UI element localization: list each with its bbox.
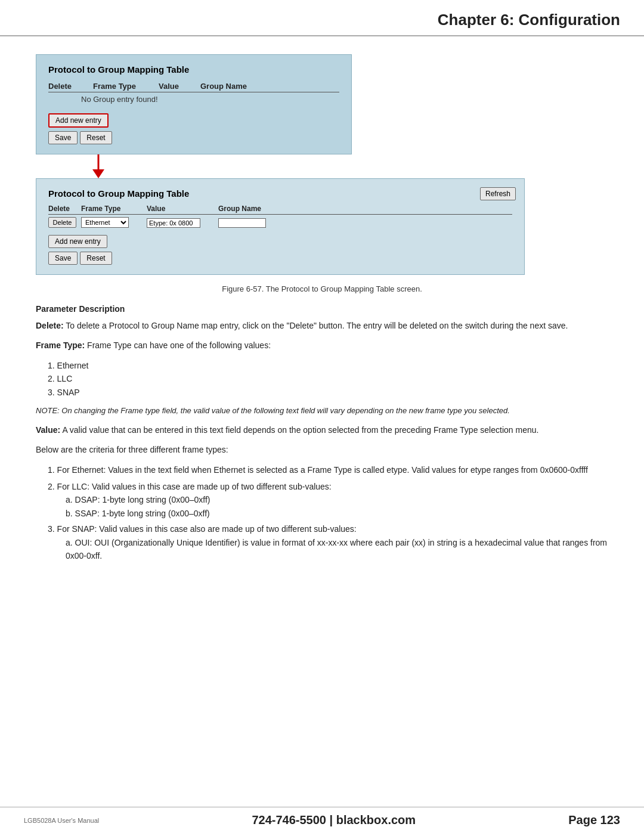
criteria-2-text: For LLC: Valid values in this case are m… <box>57 482 332 491</box>
reset-button-bottom[interactable]: Reset <box>80 252 112 265</box>
no-entry-text: No Group entry found! <box>48 92 339 110</box>
figure-caption: Figure 6-57. The Protocol to Group Mappi… <box>36 284 608 293</box>
col-groupname-top: Group Name <box>200 82 254 91</box>
criteria-2: 2. For LLC: Valid values in this case ar… <box>48 480 608 520</box>
delete-cell: Delete <box>48 217 81 228</box>
criteria-3-sub-a: a. OUI: OUI (Organizationally Unique Ide… <box>66 536 608 563</box>
group-name-input[interactable] <box>218 218 266 228</box>
add-new-entry-button-bottom[interactable]: Add new entry <box>48 235 107 248</box>
refresh-button[interactable]: Refresh <box>480 187 516 200</box>
delete-label: Delete: <box>36 321 64 330</box>
frametype-label: Frame Type: <box>36 340 85 350</box>
arrow-row <box>36 154 608 178</box>
footer-manual: LGB5028A User's Manual <box>24 817 99 824</box>
footer-phone: 724-746-5500 | blackbox.com <box>252 813 416 827</box>
add-new-entry-button-top[interactable]: Add new entry <box>48 113 109 128</box>
value-input[interactable] <box>147 218 200 228</box>
criteria-list: 1. For Ethernet: Values in the text fiel… <box>48 463 608 563</box>
frametype-text: Frame Type can have one of the following… <box>87 340 271 350</box>
list-item-3: 3. SNAP <box>48 386 608 399</box>
delete-text: To delete a Protocol to Group Name map e… <box>66 321 568 330</box>
frametype-cell: Ethernet LLC SNAP <box>81 217 147 228</box>
criteria-3-num: 3. <box>48 524 55 534</box>
criteria-2-sub-b: b. SSAP: 1-byte long string (0x00–0xff) <box>66 507 608 520</box>
svg-marker-1 <box>92 169 104 178</box>
top-panel-wrapper: Protocol to Group Mapping Table Delete F… <box>36 54 352 154</box>
criteria-2-sub-a: a. DSAP: 1-byte long string (0x00–0xff) <box>66 493 608 506</box>
down-arrow-icon <box>89 154 107 178</box>
groupname-cell <box>218 218 296 228</box>
value-cell <box>147 218 218 228</box>
criteria-1: 1. For Ethernet: Values in the text fiel… <box>48 463 608 476</box>
value-label: Value: <box>36 425 60 435</box>
save-reset-bottom: Save Reset <box>48 252 512 265</box>
table-row: Delete Ethernet LLC SNAP <box>48 215 512 230</box>
col-value-top: Value <box>159 82 188 91</box>
col-delete-top: Delete <box>48 82 81 91</box>
chapter-title: Chapter 6: Configuration <box>24 11 620 29</box>
criteria-2-sublist: a. DSAP: 1-byte long string (0x00–0xff) … <box>66 493 608 520</box>
criteria-1-num: 1. <box>48 465 55 475</box>
save-button-top[interactable]: Save <box>48 131 78 144</box>
bottom-table-header: Delete Frame Type Value Group Name <box>48 203 512 215</box>
reset-button-top[interactable]: Reset <box>80 131 112 144</box>
delete-row-button[interactable]: Delete <box>48 217 76 228</box>
col-delete-bottom: Delete <box>48 205 81 213</box>
list-item-2: 2. LLC <box>48 372 608 385</box>
col-frametype-bottom: Frame Type <box>81 205 147 213</box>
value-text: A valid value that can be entered in thi… <box>62 425 538 435</box>
param-description: Parameter Description Delete: To delete … <box>36 304 608 562</box>
save-button-bottom[interactable]: Save <box>48 252 78 265</box>
value-param: Value: A valid value that can be entered… <box>36 424 608 436</box>
delete-param: Delete: To delete a Protocol to Group Na… <box>36 320 608 332</box>
page-header: Chapter 6: Configuration <box>0 0 644 36</box>
frame-type-select[interactable]: Ethernet LLC SNAP <box>81 217 129 228</box>
col-frametype-top: Frame Type <box>93 82 147 91</box>
criteria-2-num: 2. <box>48 482 55 491</box>
figure-container: Protocol to Group Mapping Table Delete F… <box>36 54 608 275</box>
bottom-panel-title: Protocol to Group Mapping Table <box>48 188 512 199</box>
top-panel: Protocol to Group Mapping Table Delete F… <box>36 55 351 154</box>
criteria-3: 3. For SNAP: Valid values in this case a… <box>48 522 608 562</box>
add-entry-container-top: Add new entry <box>48 113 339 128</box>
footer-page: Page 123 <box>568 813 620 827</box>
frametype-param: Frame Type: Frame Type can have one of t… <box>36 339 608 352</box>
criteria-3-sublist: a. OUI: OUI (Organizationally Unique Ide… <box>66 536 608 563</box>
criteria-3-text: For SNAP: Valid values in this case also… <box>57 524 357 534</box>
note-text: NOTE: On changing the Frame type field, … <box>36 405 608 417</box>
col-groupname-bottom: Group Name <box>218 205 296 213</box>
col-value-bottom: Value <box>147 205 218 213</box>
top-panel-title: Protocol to Group Mapping Table <box>48 64 339 75</box>
bottom-panel: Protocol to Group Mapping Table Refresh … <box>36 178 525 275</box>
frametype-values-list: 1. Ethernet 2. LLC 3. SNAP <box>48 359 608 399</box>
add-entry-container-bottom: Add new entry <box>48 235 512 248</box>
param-section-title: Parameter Description <box>36 304 608 314</box>
list-item-1: 1. Ethernet <box>48 359 608 372</box>
main-content: Protocol to Group Mapping Table Delete F… <box>0 36 644 604</box>
below-text: Below are the criteria for three differe… <box>36 444 608 456</box>
page-footer: LGB5028A User's Manual 724-746-5500 | bl… <box>0 807 644 833</box>
criteria-1-text: For Ethernet: Values in the text field w… <box>57 465 588 475</box>
save-reset-top: Save Reset <box>48 131 339 144</box>
top-table-header: Delete Frame Type Value Group Name <box>48 79 339 92</box>
